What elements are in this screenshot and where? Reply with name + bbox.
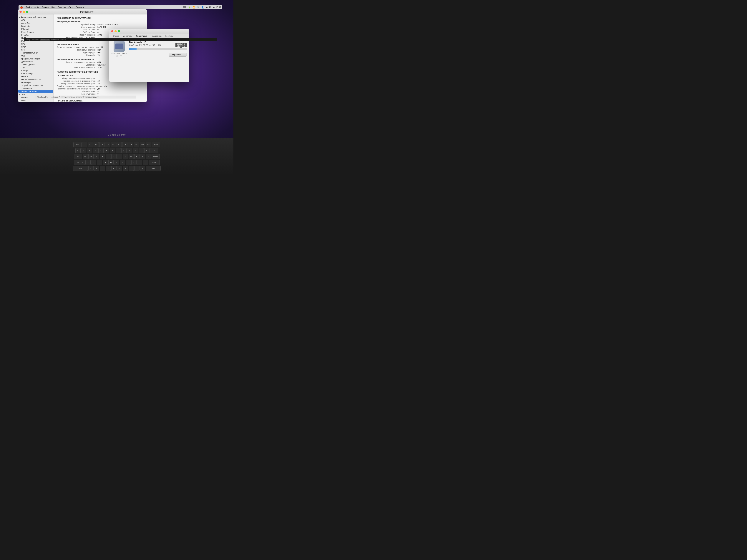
key-lshift[interactable]: shift	[73, 166, 88, 171]
key-1[interactable]: 1	[81, 148, 86, 153]
key-t[interactable]: T	[106, 154, 111, 159]
key-i[interactable]: I	[123, 154, 128, 159]
sidebar-item-sata[interactable]: SATA	[18, 45, 54, 48]
key-e[interactable]: E	[94, 154, 99, 159]
sidebar-item-graphics[interactable]: Графика/Мониторы	[18, 57, 54, 60]
sidebar-item-controller[interactable]: Контроллер	[18, 72, 54, 75]
key-d[interactable]: D	[97, 160, 102, 165]
key-comma[interactable]: ,	[129, 166, 134, 171]
key-u[interactable]: U	[117, 154, 122, 159]
key-g[interactable]: G	[108, 160, 113, 165]
key-a[interactable]: A	[85, 160, 91, 165]
minimize-button[interactable]	[23, 11, 25, 13]
keyboard-icon[interactable]: ⌨	[183, 6, 186, 8]
user-icon[interactable]: 👤	[201, 6, 204, 8]
key-p[interactable]: P	[134, 154, 139, 159]
tab-resources[interactable]: Ресурсы	[163, 34, 175, 38]
close-button[interactable]	[20, 11, 22, 13]
touchbar-item-5[interactable]: Ресурсы	[60, 39, 66, 41]
sidebar-item-applepay[interactable]: Apple Pay	[18, 22, 54, 25]
touchbar-item-1[interactable]: Обзор	[26, 39, 30, 41]
key-l[interactable]: L	[131, 160, 136, 165]
key-f2[interactable]: F2	[88, 142, 93, 147]
key-j[interactable]: J	[120, 160, 125, 165]
key-return[interactable]: return	[152, 154, 160, 159]
key-0[interactable]: 0	[133, 148, 138, 153]
manage-button[interactable]: Управлять...	[169, 53, 187, 57]
sidebar-item-cardreader[interactable]: Устройство чтения карт	[18, 84, 54, 87]
touchbar-item-2[interactable]: Мониторы	[32, 39, 39, 41]
sidebar-item-bluetooth[interactable]: Bluetooth	[18, 25, 54, 28]
touchbar-item-4[interactable]: Поддержка	[51, 39, 59, 41]
diskutil-minimize[interactable]	[114, 30, 117, 32]
key-minus[interactable]: -	[138, 148, 144, 153]
key-5[interactable]: 5	[104, 148, 109, 153]
sidebar-item-sas[interactable]: SAS	[18, 43, 54, 45]
app-name[interactable]: Finder	[26, 6, 32, 8]
touchbar-item-3[interactable]: Хранилище	[40, 39, 50, 41]
sidebar-item-power[interactable]: Электропитание	[18, 90, 53, 93]
menu-file[interactable]: Файл	[34, 6, 40, 8]
key-esc[interactable]: esc	[73, 142, 81, 147]
tab-monitors[interactable]: Мониторы	[121, 34, 134, 38]
key-w[interactable]: W	[88, 154, 94, 159]
key-f12[interactable]: F12	[146, 142, 151, 147]
wifi-icon[interactable]: 📶	[192, 6, 195, 8]
search-icon[interactable]: 🔍	[197, 6, 200, 8]
key-s[interactable]: S	[91, 160, 96, 165]
menu-help[interactable]: Справка	[76, 6, 84, 8]
sidebar-item-sound[interactable]: Звук	[18, 66, 54, 69]
key-slash[interactable]: /	[140, 166, 145, 171]
sidebar-item-printers[interactable]: Принтеры	[18, 81, 54, 84]
menu-view[interactable]: Вид	[52, 6, 55, 8]
key-lbracket[interactable]: [	[140, 154, 145, 159]
key-z[interactable]: Z	[88, 166, 94, 171]
key-9[interactable]: 9	[127, 148, 132, 153]
sidebar-item-diagnostics[interactable]: Диагностика	[18, 60, 54, 63]
key-x[interactable]: X	[94, 166, 99, 171]
key-q[interactable]: Q	[83, 154, 88, 159]
key-o[interactable]: O	[129, 154, 134, 159]
key-semicolon[interactable]: ;	[137, 160, 142, 165]
key-capslock[interactable]: caps lock	[74, 160, 85, 165]
key-f9[interactable]: F9	[128, 142, 133, 147]
key-quote[interactable]: '	[143, 160, 148, 165]
key-tab[interactable]: tab	[74, 154, 82, 159]
key-f7[interactable]: F7	[117, 142, 122, 147]
key-f5[interactable]: F5	[105, 142, 110, 147]
sidebar-item-firewire[interactable]: FireWire	[18, 33, 54, 36]
key-equals[interactable]: =	[144, 148, 150, 153]
key-y[interactable]: Y	[111, 154, 117, 159]
key-8[interactable]: 8	[121, 148, 127, 153]
key-3[interactable]: 3	[93, 148, 98, 153]
tab-overview[interactable]: Обзор	[111, 34, 121, 38]
menu-window[interactable]: Окно	[68, 6, 73, 8]
key-f10[interactable]: F10	[134, 142, 139, 147]
key-m[interactable]: M	[123, 166, 128, 171]
key-backspace[interactable]: ⌫	[150, 148, 158, 153]
key-f[interactable]: F	[103, 160, 108, 165]
sidebar-item-ata[interactable]: ATA	[18, 19, 54, 22]
key-delete[interactable]: delete	[152, 142, 160, 147]
menu-go[interactable]: Переход	[58, 6, 66, 8]
key-r[interactable]: R	[100, 154, 105, 159]
key-rshift[interactable]: shift	[146, 166, 161, 171]
apple-menu[interactable]: 🍎	[20, 6, 23, 9]
key-n[interactable]: N	[117, 166, 122, 171]
key-tilde[interactable]: ~	[75, 148, 81, 153]
sidebar-item-thunderbolt[interactable]: Thunderbolt/USB4	[18, 51, 54, 54]
sidebar-item-diskburn[interactable]: Запись дисков	[18, 63, 54, 66]
diskutil-close[interactable]	[111, 30, 113, 32]
tab-support[interactable]: Поддержка	[149, 34, 163, 38]
sidebar-item-fibrechannel[interactable]: Fibre Channel	[18, 31, 54, 33]
key-4[interactable]: 4	[98, 148, 104, 153]
sidebar-item-wifi[interactable]: Wi-Fi	[18, 99, 54, 102]
key-b[interactable]: B	[111, 166, 117, 171]
tab-storage[interactable]: Хранилище	[134, 34, 149, 38]
key-c[interactable]: C	[100, 166, 105, 171]
sidebar-item-memory[interactable]: Память	[18, 75, 54, 78]
sidebar-item-spi[interactable]: SPI	[18, 48, 54, 51]
key-return2[interactable]: return	[149, 160, 160, 165]
diskutil-zoom[interactable]	[118, 30, 120, 32]
key-f8[interactable]: F8	[122, 142, 127, 147]
